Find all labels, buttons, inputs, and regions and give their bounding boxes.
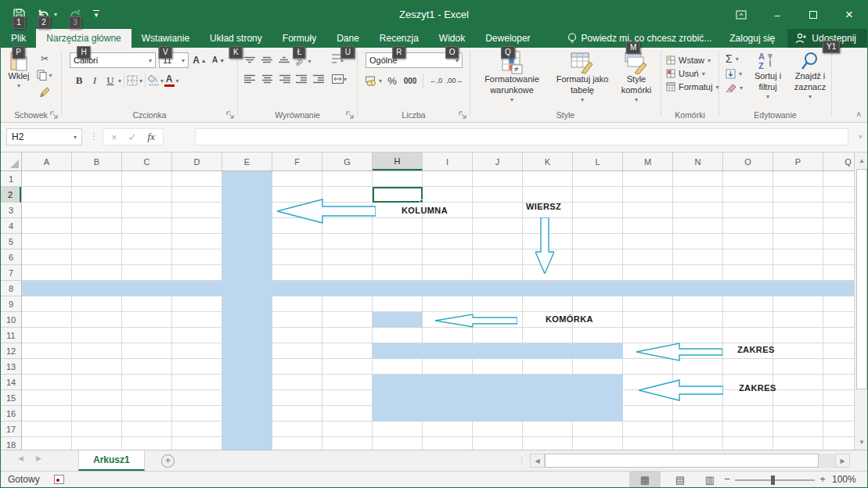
row-header-16[interactable]: 16 xyxy=(1,406,21,422)
ribbon-display-options-button[interactable] xyxy=(723,1,759,29)
format-cells-button[interactable]: Formatuj ▾ xyxy=(666,81,719,93)
fill-button[interactable]: ▾ xyxy=(726,67,742,80)
column-header-o[interactable]: O xyxy=(723,152,773,170)
save-button[interactable]: 1 xyxy=(12,7,26,21)
column-header-c[interactable]: C xyxy=(122,152,172,170)
column-header-j[interactable]: J xyxy=(473,152,523,170)
row-header-6[interactable]: 6 xyxy=(1,249,21,265)
formula-input[interactable] xyxy=(195,128,848,145)
horizontal-scroll-thumb[interactable] xyxy=(545,454,819,468)
column-header-e[interactable]: E xyxy=(222,152,272,170)
column-header-m[interactable]: M xyxy=(623,152,673,170)
collapse-ribbon-button[interactable]: ˄ xyxy=(856,110,861,119)
conditional-formatting-button[interactable]: ≠ Formatowanie warunkowe ▾ xyxy=(475,51,549,104)
column-header-f[interactable]: F xyxy=(272,152,322,170)
horizontal-scrollbar[interactable] xyxy=(545,454,835,468)
increase-indent-button[interactable] xyxy=(313,74,325,84)
tab-układ-strony[interactable]: Układ stronyK xyxy=(200,29,272,48)
column-header-k[interactable]: K xyxy=(523,152,573,170)
font-color-button[interactable]: A ▾ xyxy=(164,74,179,88)
vertical-scroll-thumb[interactable] xyxy=(856,169,867,389)
column-header-n[interactable]: N xyxy=(673,152,723,170)
format-painter-button[interactable] xyxy=(37,84,52,99)
new-sheet-button[interactable]: + xyxy=(161,454,175,468)
tab-recenzja[interactable]: RecenzjaR xyxy=(369,29,429,48)
zoom-in-button[interactable]: + xyxy=(816,473,829,485)
column-header-d[interactable]: D xyxy=(172,152,222,170)
vertical-scrollbar[interactable]: ▲ ▼ xyxy=(854,152,868,450)
row-header-17[interactable]: 17 xyxy=(1,422,21,437)
sort-filter-button[interactable]: A Z Sortuj i filtruj ▾ xyxy=(747,51,788,101)
dialog-launcher-icon[interactable] xyxy=(50,111,59,120)
normal-view-button[interactable]: ▦ xyxy=(629,472,661,488)
insert-cells-button[interactable]: Wstaw ▾ xyxy=(666,54,711,66)
align-right-button[interactable] xyxy=(279,74,290,84)
fill-handle[interactable] xyxy=(420,199,423,203)
row-header-8[interactable]: 8 xyxy=(1,281,21,296)
maximize-button[interactable] xyxy=(795,1,831,29)
tab-widok[interactable]: WidokO xyxy=(429,29,475,48)
scroll-up-icon[interactable]: ▲ xyxy=(855,152,868,168)
row-header-3[interactable]: 3 xyxy=(1,203,21,218)
align-center-button[interactable] xyxy=(261,74,273,84)
tab-wstawianie[interactable]: WstawianieV xyxy=(131,29,200,48)
name-box[interactable]: H2 ▾ xyxy=(6,128,82,145)
column-header-l[interactable]: L xyxy=(573,152,623,170)
align-top-button[interactable] xyxy=(244,56,256,66)
page-layout-view-button[interactable]: ▤ xyxy=(665,472,696,488)
zoom-slider-thumb[interactable] xyxy=(771,475,775,485)
scroll-left-icon[interactable]: ◀ xyxy=(530,454,545,468)
autosum-button[interactable]: Σ ▾ xyxy=(726,52,739,65)
row-header-15[interactable]: 15 xyxy=(1,390,21,406)
column-header-q[interactable]: Q xyxy=(823,152,854,170)
undo-button[interactable]: 2 xyxy=(37,7,51,21)
zoom-slider[interactable] xyxy=(735,479,815,481)
row-header-4[interactable]: 4 xyxy=(1,218,21,234)
accounting-format-button[interactable]: ▾ xyxy=(366,74,382,88)
decrease-font-button[interactable]: A▼ xyxy=(211,53,226,67)
tab-deweloper[interactable]: DeweloperQ xyxy=(475,29,540,48)
previous-sheet-icon[interactable]: ◀ xyxy=(18,454,23,462)
confirm-entry-button[interactable]: ✓ xyxy=(128,131,137,143)
comma-style-button[interactable]: 000 xyxy=(402,74,418,88)
copy-button[interactable]: ▾ xyxy=(37,68,52,82)
dialog-launcher-icon[interactable] xyxy=(346,111,355,120)
close-button[interactable]: × xyxy=(831,1,867,29)
column-header-i[interactable]: I xyxy=(423,152,473,170)
fill-color-button[interactable]: ▾ xyxy=(148,74,164,88)
sign-in-link[interactable]: Zaloguj się xyxy=(717,29,787,48)
tab-dane[interactable]: DaneU xyxy=(326,29,369,48)
dropdown-icon[interactable]: ▾ xyxy=(344,76,347,83)
row-header-10[interactable]: 10 xyxy=(1,312,21,328)
formula-bar-splitter[interactable]: ⋮ xyxy=(89,131,97,142)
row-header-11[interactable]: 11 xyxy=(1,328,21,343)
dialog-launcher-icon[interactable] xyxy=(459,111,467,120)
increase-decimal-button[interactable]: ←,0 xyxy=(428,74,444,88)
align-left-button[interactable] xyxy=(244,74,256,84)
expand-formula-bar-button[interactable]: ˅ xyxy=(859,133,863,141)
cut-button[interactable]: ✂ xyxy=(37,52,52,66)
sheet-tab-arkusz1[interactable]: Arkusz1 xyxy=(78,450,145,471)
decrease-decimal-button[interactable]: ,00→ xyxy=(446,74,463,88)
scroll-right-icon[interactable]: ▶ xyxy=(835,454,850,468)
increase-font-button[interactable]: A▲ xyxy=(192,53,207,67)
underline-dropdown-icon[interactable]: ▾ xyxy=(118,77,121,84)
percent-style-button[interactable]: % xyxy=(384,74,400,88)
find-select-button[interactable]: Znajdź i zaznacz ▾ xyxy=(790,51,830,101)
row-header-5[interactable]: 5 xyxy=(1,234,21,249)
active-cell-h2[interactable] xyxy=(373,187,423,203)
column-header-b[interactable]: B xyxy=(72,152,122,170)
dialog-launcher-icon[interactable] xyxy=(226,111,235,120)
share-button[interactable]: Udostępnij Y1 xyxy=(787,29,867,48)
underline-button[interactable]: U xyxy=(103,74,118,88)
redo-button[interactable]: 3 xyxy=(68,7,82,21)
cell-styles-button[interactable]: Style komórki ▾ xyxy=(614,51,658,104)
tab-formuły[interactable]: FormułyŁ xyxy=(272,29,326,48)
italic-button[interactable]: I xyxy=(87,74,103,88)
insert-function-button[interactable]: fx xyxy=(148,131,155,143)
column-header-p[interactable]: P xyxy=(773,152,823,170)
column-header-a[interactable]: A xyxy=(22,152,72,170)
tab-plik[interactable]: PlikP xyxy=(1,29,36,48)
row-header-13[interactable]: 13 xyxy=(1,359,21,375)
cell-grid[interactable]: KOLUMNA WIERSZ KOMÓRKA ZAKRES ZAKRES xyxy=(22,171,854,450)
